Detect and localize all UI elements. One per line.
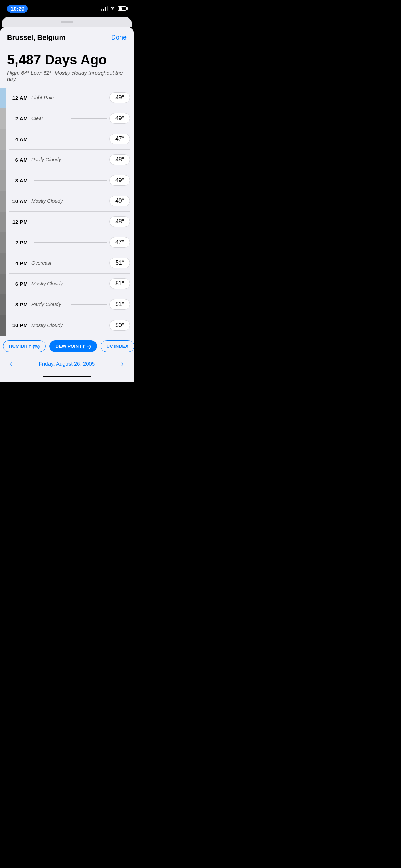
- temp-badge: 50°: [109, 320, 130, 331]
- prev-date-button[interactable]: ‹: [7, 359, 15, 368]
- temp-badge: 49°: [109, 113, 130, 124]
- hour-line: [71, 160, 107, 160]
- card-header: Brussel, Belgium Done: [0, 27, 134, 46]
- temp-badge: 49°: [109, 92, 130, 103]
- tab-dewpoint[interactable]: DEW POINT (°F): [49, 340, 97, 352]
- hour-time: 10 AM: [9, 198, 28, 204]
- home-bar: [43, 376, 91, 377]
- hour-time: 2 AM: [9, 115, 28, 122]
- status-icons: [101, 6, 127, 11]
- hour-line: [71, 98, 107, 98]
- hourly-row: 4 PMOvercast51°: [9, 253, 130, 274]
- hour-condition: Partly Cloudy: [31, 301, 68, 307]
- hour-time: 12 AM: [9, 95, 28, 101]
- color-segment: [0, 253, 6, 274]
- color-segment: [0, 274, 6, 294]
- hour-time: 8 PM: [9, 301, 28, 308]
- hourly-row: 2 AMClear49°: [9, 108, 130, 129]
- nav-date: Friday, August 26, 2005: [39, 361, 95, 367]
- hourly-row: 12 PM48°: [9, 212, 130, 232]
- hour-condition: Mostly Cloudy: [31, 198, 68, 204]
- hour-line: [71, 284, 107, 284]
- color-segment: [0, 88, 6, 108]
- hour-line: [34, 139, 107, 139]
- tab-uvindex[interactable]: UV INDEX: [101, 340, 134, 352]
- hour-time: 4 PM: [9, 260, 28, 266]
- hour-line: [71, 325, 107, 325]
- status-time: 10:29: [7, 5, 28, 13]
- hour-condition: Mostly Cloudy: [31, 322, 68, 328]
- pull-handle: [61, 21, 73, 23]
- days-ago-title: 5,487 Days Ago: [7, 53, 127, 68]
- hour-condition: Clear: [31, 115, 68, 121]
- hourly-row: 2 PM47°: [9, 232, 130, 253]
- hourly-row: 8 PMPartly Cloudy51°: [9, 294, 130, 315]
- hourly-row: 6 PMMostly Cloudy51°: [9, 274, 130, 294]
- hour-line: [34, 222, 107, 222]
- hour-line: [34, 180, 107, 181]
- color-segment: [0, 191, 6, 212]
- hour-line: [71, 118, 107, 119]
- temp-badge: 49°: [109, 175, 130, 186]
- hour-condition: Light Rain: [31, 95, 68, 100]
- color-segment: [0, 232, 6, 253]
- temp-badge: 51°: [109, 258, 130, 268]
- location-title: Brussel, Belgium: [7, 33, 65, 42]
- wifi-icon: [110, 6, 115, 11]
- temp-badge: 48°: [109, 154, 130, 165]
- bottom-tabs: HUMIDITY (%)DEW POINT (°F)UV INDEXCL: [0, 336, 134, 356]
- hour-condition: Partly Cloudy: [31, 157, 68, 162]
- days-ago-subtitle: High: 64° Low: 52°. Mostly cloudy throug…: [7, 70, 127, 82]
- hour-line: [34, 242, 107, 243]
- hour-line: [71, 304, 107, 305]
- hourly-row: 10 AMMostly Cloudy49°: [9, 191, 130, 212]
- hour-line: [71, 201, 107, 201]
- home-indicator: [0, 373, 134, 382]
- status-bar: 10:29: [0, 0, 134, 16]
- color-segment: [0, 170, 6, 191]
- hour-time: 12 PM: [9, 219, 28, 225]
- hourly-row: 10 PMMostly Cloudy50°: [9, 315, 130, 336]
- hourly-container: 12 AMLight Rain49°2 AMClear49°4 AM47°6 A…: [0, 88, 134, 336]
- hourly-list: 12 AMLight Rain49°2 AMClear49°4 AM47°6 A…: [6, 88, 134, 336]
- battery-icon: [118, 6, 127, 11]
- color-segment: [0, 212, 6, 232]
- color-segment: [0, 129, 6, 150]
- date-nav: ‹ Friday, August 26, 2005 ›: [0, 356, 134, 373]
- next-date-button[interactable]: ›: [118, 359, 127, 368]
- pull-handle-area: [2, 17, 132, 27]
- tab-humidity[interactable]: HUMIDITY (%): [3, 340, 46, 352]
- temp-badge: 49°: [109, 196, 130, 206]
- hour-time: 6 PM: [9, 281, 28, 287]
- temp-badge: 48°: [109, 216, 130, 227]
- hour-time: 6 AM: [9, 157, 28, 163]
- hourly-row: 4 AM47°: [9, 129, 130, 150]
- color-segment: [0, 294, 6, 315]
- temp-badge: 47°: [109, 134, 130, 144]
- hour-time: 4 AM: [9, 136, 28, 142]
- signal-icon: [101, 6, 108, 11]
- color-segment: [0, 150, 6, 170]
- hourly-row: 6 AMPartly Cloudy48°: [9, 150, 130, 170]
- color-segment: [0, 315, 6, 336]
- hour-condition: Overcast: [31, 260, 68, 266]
- hour-condition: Mostly Cloudy: [31, 281, 68, 286]
- hour-line: [71, 263, 107, 263]
- color-segment: [0, 108, 6, 129]
- main-card: Brussel, Belgium Done 5,487 Days Ago Hig…: [0, 27, 134, 382]
- temp-badge: 51°: [109, 278, 130, 289]
- temp-badge: 51°: [109, 299, 130, 310]
- days-ago-section: 5,487 Days Ago High: 64° Low: 52°. Mostl…: [0, 46, 134, 86]
- hour-time: 2 PM: [9, 239, 28, 246]
- hour-time: 10 PM: [9, 322, 28, 328]
- hourly-row: 8 AM49°: [9, 170, 130, 191]
- hourly-row: 12 AMLight Rain49°: [9, 88, 130, 108]
- hour-time: 8 AM: [9, 177, 28, 184]
- color-bar: [0, 88, 6, 336]
- done-button[interactable]: Done: [111, 34, 127, 41]
- temp-badge: 47°: [109, 237, 130, 248]
